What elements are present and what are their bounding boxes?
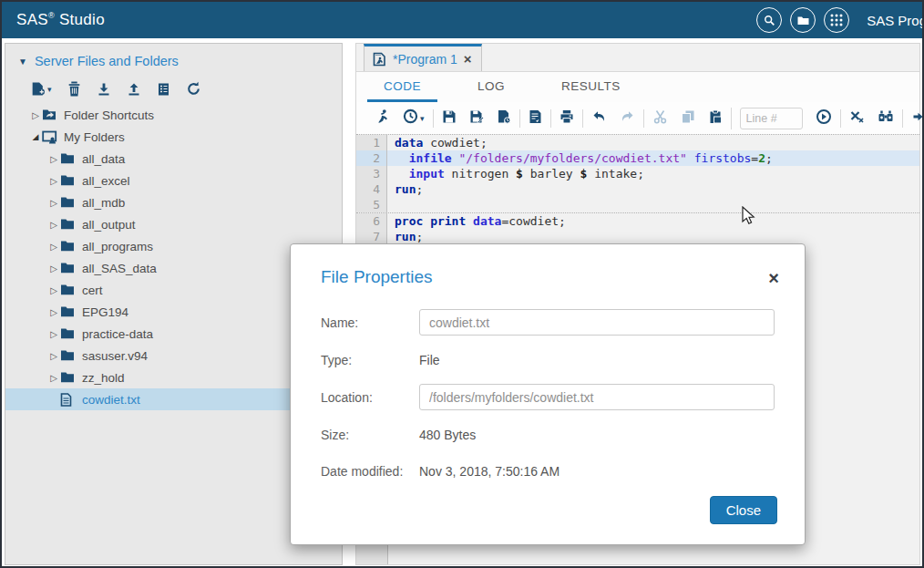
code-line-4[interactable]: 4run; [356,181,919,197]
field-input-location[interactable] [419,384,775,410]
collapsed-twisty-icon[interactable]: ▷ [47,176,60,186]
edit-doc-button[interactable] [529,109,542,128]
go-to-line-button[interactable] [816,108,832,129]
print-button[interactable] [560,109,574,128]
dialog-close-icon[interactable]: × [768,269,779,287]
dialog-fields: Name:Type:FileLocation:Size:480 BytesDat… [291,287,805,483]
tree-item-label: practice-data [82,327,153,341]
expanded-twisty-icon[interactable]: ◢ [29,132,42,141]
tree-item-label: cowdiet.txt [82,393,140,407]
find-replace-button[interactable] [878,109,894,128]
properties-button[interactable] [157,82,170,97]
refresh-button[interactable] [186,81,201,97]
trash-button[interactable] [67,81,81,97]
upload-button[interactable] [127,82,141,97]
code-line-1[interactable]: 1data cowdiet; [356,134,919,150]
upload-icon [127,82,141,97]
tab-program-1[interactable]: *Program 1 × [364,44,482,71]
code-text: proc print data=cowdiet; [387,213,919,229]
collapsed-twisty-icon[interactable]: ▷ [47,154,60,164]
collapsed-twisty-icon[interactable]: ▷ [47,198,60,208]
caret-down-icon: ▾ [47,85,52,94]
program-history-button[interactable] [497,109,511,128]
line-number: 5 [356,197,387,212]
save-icon [442,109,457,128]
collapsed-twisty-icon[interactable]: ▷ [47,242,60,252]
undo-button[interactable] [591,109,607,128]
paste-icon [708,109,723,128]
submission-history-button[interactable]: ▾ [403,108,425,128]
tree-item-all-data[interactable]: ▷all_data [5,148,342,170]
apps-icon[interactable] [824,7,849,33]
collapsed-twisty-icon[interactable]: ▷ [47,329,60,339]
new-file-button[interactable]: ▾ [30,81,52,97]
collapsed-twisty-icon[interactable]: ▷ [47,285,60,295]
file-icon [60,393,77,407]
trash-icon [67,81,81,97]
session-label[interactable]: SAS Progr [867,13,924,28]
dialog-title: File Properties [321,267,768,287]
code-line-5[interactable]: 5 [356,197,919,212]
toolbar-group [902,109,924,128]
tab-results[interactable]: RESULTS [545,72,637,102]
paste-button[interactable] [708,109,723,128]
search-icon[interactable] [756,7,782,33]
code-log-results-tabs: CODELOGRESULTS [356,72,919,102]
code-line-7[interactable]: 7run; [356,229,919,244]
folder-icon [60,196,77,209]
tree-item-folder-shortcuts[interactable]: ▷Folder Shortcuts [5,104,342,126]
tree-item-all-mdb[interactable]: ▷all_mdb [5,191,342,213]
collapse-panel-icon[interactable]: ▼ [18,57,27,67]
server-files-title: Server Files and Folders [35,54,179,68]
open-folder-icon[interactable] [790,7,816,33]
download-button[interactable] [97,82,111,97]
tab-log[interactable]: LOG [461,72,521,102]
tree-item-all-output[interactable]: ▷all_output [5,213,342,235]
clear-code-button[interactable] [849,109,865,128]
code-line-3[interactable]: 3 input nitrogen $ barley $ intake; [356,166,919,181]
program-history-icon [497,109,511,128]
save-button[interactable] [442,109,457,128]
dialog-header: File Properties × [291,244,805,287]
print-icon [560,109,574,128]
collapsed-twisty-icon[interactable]: ▷ [29,110,42,120]
format-code-button[interactable] [911,109,924,128]
field-label: Location: [321,390,419,405]
server-files-header[interactable]: ▼ Server Files and Folders [5,44,342,76]
code-line-2[interactable]: 2 infile "/folders/myfolders/cowdiet.txt… [356,150,919,166]
tree-item-all-excel[interactable]: ▷all_excel [5,170,342,191]
collapsed-twisty-icon[interactable]: ▷ [47,263,60,274]
server-files-toolbar: ▾ [5,76,342,104]
code-text: data cowdiet; [387,135,919,150]
folder-icon [60,174,77,187]
field-value: 480 Bytes [419,428,476,442]
line-number: 6 [356,213,387,229]
save-as-button[interactable] [469,109,484,128]
run-button[interactable] [375,108,390,128]
close-tab-icon[interactable]: × [464,52,472,66]
folder-shortcuts-icon [42,108,59,121]
field-input-name[interactable] [419,309,775,336]
field-value: Nov 3, 2018, 7:50:16 AM [419,464,560,479]
line-number-input[interactable] [740,108,803,129]
collapsed-twisty-icon[interactable]: ▷ [47,220,60,230]
format-code-icon [911,109,924,128]
tree-item-label: all_programs [82,240,153,253]
field-label: Type: [321,353,419,367]
tree-item-my-folders[interactable]: ◢My Folders [5,126,342,148]
close-button[interactable]: Close [710,496,777,524]
collapsed-twisty-icon[interactable]: ▷ [47,373,60,383]
tab-label: *Program 1 [393,52,457,67]
clear-code-icon [849,109,865,128]
dialog-field: Location: [321,384,775,410]
code-text: infile "/folders/myfolders/cowdiet.txt" … [387,150,919,166]
code-line-6[interactable]: 6proc print data=cowdiet; [356,212,919,229]
field-value: File [419,353,440,367]
collapsed-twisty-icon[interactable]: ▷ [47,351,60,361]
tree-item-label: all_excel [82,174,130,188]
tab-code[interactable]: CODE [367,72,437,102]
toolbar-group [643,109,731,128]
field-label: Name: [321,315,419,330]
toolbar-group [582,109,643,128]
collapsed-twisty-icon[interactable]: ▷ [47,307,60,317]
